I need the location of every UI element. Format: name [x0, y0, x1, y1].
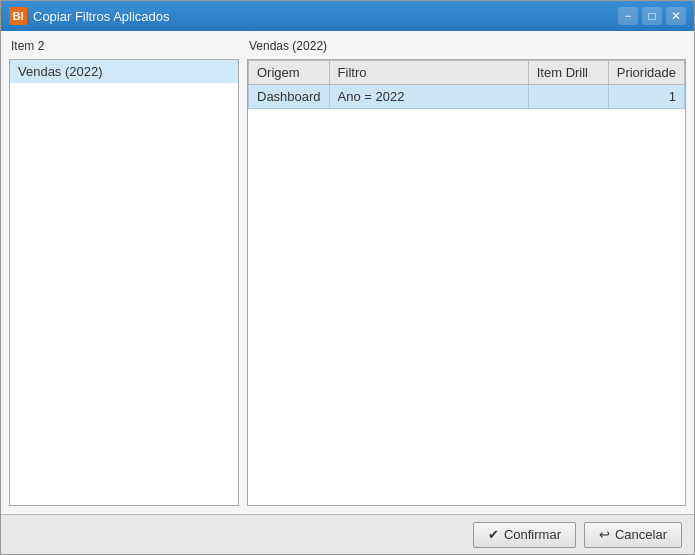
cell-prioridade: 1 — [608, 85, 684, 109]
content-area: Item 2 Vendas (2022) Vendas (2022) Orige… — [1, 31, 694, 514]
confirm-label: Confirmar — [504, 527, 561, 542]
confirm-icon: ✔ — [488, 527, 499, 542]
cancel-label: Cancelar — [615, 527, 667, 542]
left-list: Vendas (2022) — [9, 59, 239, 506]
cell-filtro: Ano = 2022 — [329, 85, 528, 109]
maximize-button[interactable]: □ — [642, 7, 662, 25]
col-header-origem: Origem — [249, 61, 330, 85]
left-panel-label: Item 2 — [9, 39, 239, 55]
col-header-itemdrill: Item Drill — [528, 61, 608, 85]
main-window: BI Copiar Filtros Aplicados − □ ✕ Item 2… — [0, 0, 695, 555]
list-item[interactable]: Vendas (2022) — [10, 60, 238, 83]
col-header-filtro: Filtro — [329, 61, 528, 85]
cancel-button[interactable]: ↩ Cancelar — [584, 522, 682, 548]
table-row[interactable]: Dashboard Ano = 2022 1 — [249, 85, 685, 109]
right-panel: Vendas (2022) Origem Filtro Item Drill P… — [247, 39, 686, 506]
table-header-row: Origem Filtro Item Drill Prioridade — [249, 61, 685, 85]
window-title: Copiar Filtros Aplicados — [33, 9, 170, 24]
app-icon: BI — [9, 7, 27, 25]
cancel-icon: ↩ — [599, 527, 610, 542]
minimize-button[interactable]: − — [618, 7, 638, 25]
title-bar-left: BI Copiar Filtros Aplicados — [9, 7, 170, 25]
title-controls: − □ ✕ — [618, 7, 686, 25]
close-button[interactable]: ✕ — [666, 7, 686, 25]
left-panel: Item 2 Vendas (2022) — [9, 39, 239, 506]
right-panel-label: Vendas (2022) — [247, 39, 686, 55]
filter-table: Origem Filtro Item Drill Prioridade Dash… — [248, 60, 685, 109]
confirm-button[interactable]: ✔ Confirmar — [473, 522, 576, 548]
title-bar: BI Copiar Filtros Aplicados − □ ✕ — [1, 1, 694, 31]
col-header-prioridade: Prioridade — [608, 61, 684, 85]
footer: ✔ Confirmar ↩ Cancelar — [1, 514, 694, 554]
cell-itemdrill — [528, 85, 608, 109]
table-container: Origem Filtro Item Drill Prioridade Dash… — [247, 59, 686, 506]
cell-origem: Dashboard — [249, 85, 330, 109]
